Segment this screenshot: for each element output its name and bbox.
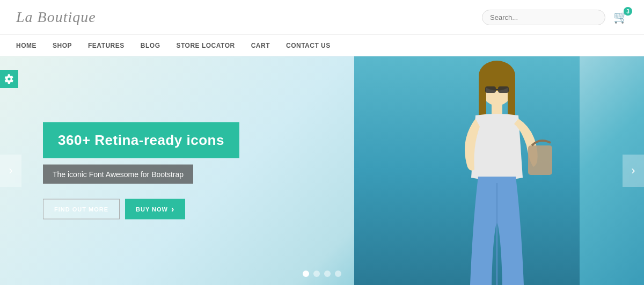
chevron-right-icon: › <box>631 164 635 178</box>
nav-item-store-locator[interactable]: STORE LOCATOR <box>176 42 235 49</box>
nav-item-blog[interactable]: BLOG <box>141 42 160 49</box>
slide-next-button[interactable]: › <box>623 155 644 187</box>
slide-subtitle-box: The iconic Font Awesome for Bootstrap <box>43 165 193 184</box>
navbar: HOME SHOP FEATURES BLOG STORE LOCATOR CA… <box>0 35 644 56</box>
search-box[interactable] <box>482 10 605 25</box>
find-out-more-button[interactable]: FIND OUT MORE <box>43 199 120 220</box>
svg-rect-7 <box>492 104 502 115</box>
site-logo: La Boutique <box>16 9 96 26</box>
gear-button[interactable] <box>0 70 18 88</box>
svg-rect-8 <box>528 145 552 175</box>
hero-section: › 360+ Retina-ready icons The iconic Fon… <box>0 56 644 285</box>
woman-figure <box>422 60 572 285</box>
slide-prev-button[interactable]: › <box>0 155 21 187</box>
hero-image <box>354 56 580 285</box>
cart-icon-wrap[interactable]: 🛒 3 <box>613 10 628 24</box>
buy-now-button[interactable]: BUY NOW <box>125 199 185 220</box>
cart-badge: 3 <box>624 7 632 16</box>
svg-rect-5 <box>498 86 509 93</box>
svg-rect-4 <box>485 86 496 93</box>
slide-dot-2[interactable] <box>313 271 320 277</box>
slide-buttons: FIND OUT MORE BUY NOW <box>43 199 239 220</box>
slide-dot-4[interactable] <box>335 271 341 277</box>
nav-item-home[interactable]: HOME <box>16 42 36 49</box>
search-input[interactable] <box>490 13 597 21</box>
header: La Boutique 🛒 3 <box>0 0 644 35</box>
chevron-left-icon: › <box>9 164 12 178</box>
slide-dot-3[interactable] <box>324 271 331 277</box>
slide-dots <box>303 271 341 277</box>
slide-dot-1[interactable] <box>303 271 309 277</box>
hero-bg <box>354 56 580 285</box>
slide-subtitle: The iconic Font Awesome for Bootstrap <box>53 170 184 179</box>
header-right: 🛒 3 <box>482 10 628 25</box>
nav-item-features[interactable]: FEATURES <box>88 42 125 49</box>
gear-icon <box>4 74 14 84</box>
nav-item-cart[interactable]: CART <box>251 42 270 49</box>
slide-title-box: 360+ Retina-ready icons <box>43 122 239 158</box>
slide-content: 360+ Retina-ready icons The iconic Font … <box>43 122 239 220</box>
nav-item-contact[interactable]: CONTACT US <box>286 42 331 49</box>
nav-item-shop[interactable]: SHOP <box>53 42 72 49</box>
slide-title: 360+ Retina-ready icons <box>58 132 224 148</box>
